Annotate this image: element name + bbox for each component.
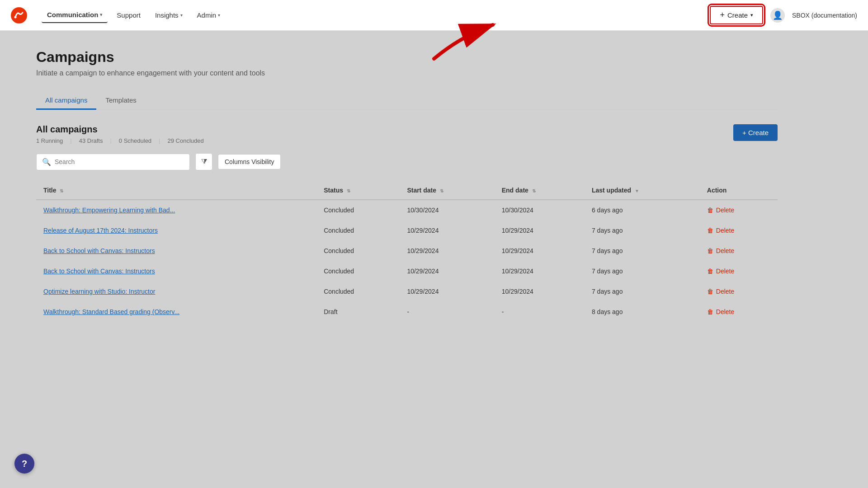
separator-1: |	[70, 137, 71, 144]
cell-last-updated-2: 7 days ago	[585, 241, 700, 261]
col-status[interactable]: Status ⇅	[316, 181, 400, 200]
cell-end-date-4: 10/29/2024	[495, 282, 585, 302]
cell-last-updated-0: 6 days ago	[585, 200, 700, 221]
col-title[interactable]: Title ⇅	[36, 181, 316, 200]
stat-running: 1 Running	[36, 137, 63, 144]
nav-item-support[interactable]: Support	[111, 8, 146, 23]
cell-status-3: Concluded	[316, 261, 400, 282]
search-input[interactable]	[55, 158, 184, 165]
delete-label-0: Delete	[716, 206, 734, 214]
table-body: Walkthrough: Empowering Learning with Ba…	[36, 200, 778, 322]
filter-button[interactable]: ⧩	[195, 153, 212, 170]
stat-scheduled: 0 Scheduled	[119, 137, 151, 144]
trash-icon-5: 🗑	[707, 308, 713, 315]
delete-button-3[interactable]: 🗑 Delete	[707, 267, 734, 275]
cell-action-2: 🗑 Delete	[700, 241, 778, 261]
delete-button-5[interactable]: 🗑 Delete	[707, 308, 734, 315]
cell-action-3: 🗑 Delete	[700, 261, 778, 282]
table-row: Optimize learning with Studio: Instructo…	[36, 282, 778, 302]
trash-icon-3: 🗑	[707, 267, 713, 275]
campaign-link-4[interactable]: Optimize learning with Studio: Instructo…	[43, 288, 155, 295]
section-title: All campaigns	[36, 124, 204, 135]
section-create-button[interactable]: + Create	[733, 124, 778, 141]
table-row: Walkthrough: Empowering Learning with Ba…	[36, 200, 778, 221]
section-stats: 1 Running | 43 Drafts | 0 Scheduled | 29…	[36, 137, 204, 144]
section-create-label: + Create	[742, 129, 769, 136]
toolbar: 🔍 ⧩ Columns Visibility	[36, 153, 778, 170]
nav-label-insights: Insights	[155, 11, 179, 19]
cell-status-0: Concluded	[316, 200, 400, 221]
separator-3: |	[159, 137, 160, 144]
chevron-down-icon-admin: ▾	[218, 13, 220, 18]
campaign-link-0[interactable]: Walkthrough: Empowering Learning with Ba…	[43, 206, 175, 214]
cell-action-4: 🗑 Delete	[700, 282, 778, 302]
search-icon: 🔍	[42, 158, 51, 166]
cell-end-date-1: 10/29/2024	[495, 221, 585, 241]
plus-icon: +	[720, 10, 725, 20]
help-button[interactable]: ?	[14, 454, 34, 474]
nav-label-communication: Communication	[47, 11, 98, 19]
sort-icon-last-updated: ▼	[635, 188, 639, 193]
nav-right: + Create ▾ 👤 SBOX (documentation)	[710, 6, 857, 24]
navbar-create-button[interactable]: + Create ▾	[710, 6, 763, 24]
cell-title-3: Back to School with Canvas: Instructors	[36, 261, 316, 282]
cell-title-2: Back to School with Canvas: Instructors	[36, 241, 316, 261]
cell-title-0: Walkthrough: Empowering Learning with Ba…	[36, 200, 316, 221]
campaigns-table: Title ⇅ Status ⇅ Start date ⇅ End date ⇅…	[36, 181, 778, 322]
col-action: Action	[700, 181, 778, 200]
page-title: Campaigns	[36, 49, 778, 66]
user-avatar[interactable]: 👤	[770, 8, 785, 23]
cell-start-date-5: -	[400, 302, 494, 322]
campaign-link-5[interactable]: Walkthrough: Standard Based grading (Obs…	[43, 308, 179, 315]
nav-label-support: Support	[117, 11, 141, 19]
sort-icon-title: ⇅	[60, 188, 63, 193]
cell-end-date-2: 10/29/2024	[495, 241, 585, 261]
filter-icon: ⧩	[201, 158, 207, 166]
nav-item-insights[interactable]: Insights ▾	[150, 8, 188, 23]
nav-label-admin: Admin	[197, 11, 217, 19]
delete-label-2: Delete	[716, 247, 734, 254]
sort-icon-status: ⇅	[347, 188, 350, 193]
svg-point-0	[11, 7, 27, 23]
col-last-updated[interactable]: Last updated ▼	[585, 181, 700, 200]
delete-label-5: Delete	[716, 308, 734, 315]
cell-start-date-2: 10/29/2024	[400, 241, 494, 261]
create-chevron-icon: ▾	[750, 12, 753, 18]
stat-concluded: 29 Concluded	[167, 137, 203, 144]
cell-start-date-0: 10/30/2024	[400, 200, 494, 221]
tab-all-campaigns[interactable]: All campaigns	[36, 92, 96, 110]
delete-button-4[interactable]: 🗑 Delete	[707, 288, 734, 295]
cell-last-updated-1: 7 days ago	[585, 221, 700, 241]
nav-item-admin[interactable]: Admin ▾	[192, 8, 226, 23]
org-label[interactable]: SBOX (documentation)	[792, 12, 857, 19]
table-row: Back to School with Canvas: Instructors …	[36, 261, 778, 282]
cell-end-date-3: 10/29/2024	[495, 261, 585, 282]
delete-label-4: Delete	[716, 288, 734, 295]
chevron-down-icon: ▾	[100, 12, 102, 17]
chevron-down-icon-insights: ▾	[180, 13, 183, 18]
delete-button-2[interactable]: 🗑 Delete	[707, 247, 734, 254]
campaign-link-3[interactable]: Back to School with Canvas: Instructors	[43, 267, 155, 275]
nav-item-communication[interactable]: Communication ▾	[42, 7, 108, 23]
col-start-date[interactable]: Start date ⇅	[400, 181, 494, 200]
cell-action-1: 🗑 Delete	[700, 221, 778, 241]
page-subtitle: Initiate a campaign to enhance engagemen…	[36, 69, 778, 77]
delete-button-0[interactable]: 🗑 Delete	[707, 206, 734, 214]
tab-templates[interactable]: Templates	[96, 92, 145, 110]
section-header: All campaigns 1 Running | 43 Drafts | 0 …	[36, 124, 778, 144]
app-logo[interactable]	[11, 7, 27, 23]
campaign-link-2[interactable]: Back to School with Canvas: Instructors	[43, 247, 155, 254]
cell-action-0: 🗑 Delete	[700, 200, 778, 221]
cell-status-2: Concluded	[316, 241, 400, 261]
col-end-date[interactable]: End date ⇅	[495, 181, 585, 200]
navbar-create-label: Create	[727, 11, 748, 19]
columns-visibility-button[interactable]: Columns Visibility	[218, 154, 281, 169]
cell-last-updated-5: 8 days ago	[585, 302, 700, 322]
delete-button-1[interactable]: 🗑 Delete	[707, 227, 734, 234]
cell-last-updated-4: 7 days ago	[585, 282, 700, 302]
trash-icon-4: 🗑	[707, 288, 713, 295]
cell-start-date-4: 10/29/2024	[400, 282, 494, 302]
table-row: Release of August 17th 2024: Instructors…	[36, 221, 778, 241]
campaign-link-1[interactable]: Release of August 17th 2024: Instructors	[43, 227, 158, 234]
cell-title-4: Optimize learning with Studio: Instructo…	[36, 282, 316, 302]
